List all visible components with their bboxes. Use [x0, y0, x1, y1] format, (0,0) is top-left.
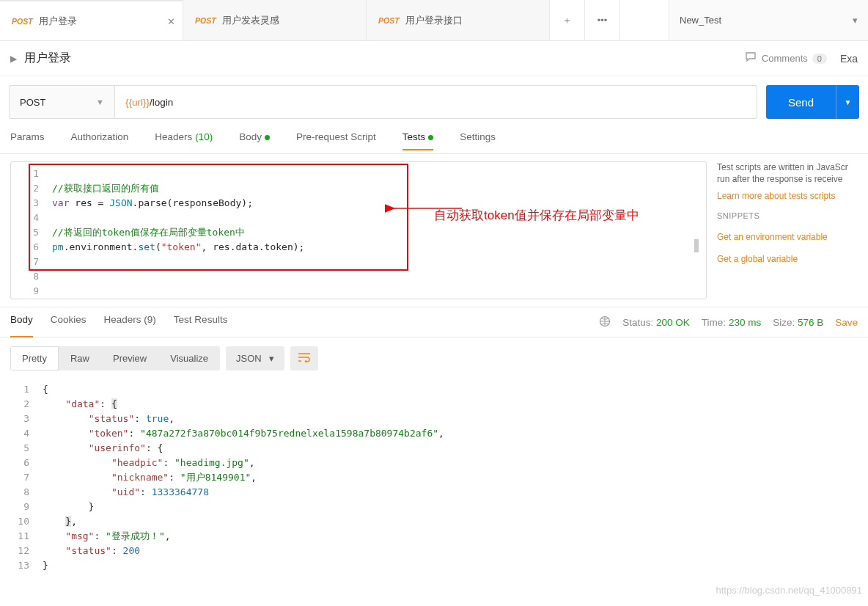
status-meta: Status: 200 OK: [622, 317, 690, 328]
environment-selector[interactable]: New_Test ▾: [669, 0, 868, 40]
indicator-dot-icon: [428, 135, 433, 140]
tab-method-label: POST: [378, 16, 400, 25]
tab-authorization[interactable]: Authorization: [71, 131, 129, 150]
editor-zone: 1 2//获取接口返回的所有值 3var res = JSON.parse(re…: [0, 154, 868, 307]
tab-title: 用户登录: [39, 15, 77, 28]
add-tab-button[interactable]: ＋: [550, 0, 585, 40]
examples-button[interactable]: Exa: [840, 53, 858, 65]
snippet-item[interactable]: Get a global variable: [717, 248, 858, 270]
view-visualize-button[interactable]: Visualize: [158, 346, 220, 370]
comment-icon: [746, 52, 757, 65]
size-meta: Size: 576 B: [773, 317, 823, 328]
snippets-panel: Test scripts are written in JavaScrrun a…: [717, 161, 858, 299]
request-name: 用户登录: [24, 51, 71, 66]
resp-tab-tests[interactable]: Test Results: [174, 314, 228, 331]
response-body[interactable]: 1{ 2 "data": { 3 "status": true, 4 "toke…: [0, 379, 868, 576]
save-response-button[interactable]: Save: [835, 317, 858, 328]
view-preview-button[interactable]: Preview: [101, 346, 158, 370]
globe-icon[interactable]: [599, 315, 611, 329]
tab-request-2[interactable]: POST 用户登录接口: [367, 0, 550, 40]
send-group: Send ▼: [766, 85, 859, 119]
resp-tab-cookies[interactable]: Cookies: [51, 314, 87, 331]
comments-label: Comments: [762, 53, 808, 64]
chevron-down-icon: ▾: [269, 353, 274, 364]
tab-request-1[interactable]: POST 用户发表灵感: [183, 0, 367, 40]
send-dropdown-button[interactable]: ▼: [836, 85, 859, 119]
url-path: /login: [150, 97, 173, 108]
tab-title: 用户发表灵感: [222, 14, 279, 27]
annotation-text: 自动获取token值并保存在局部变量中: [434, 207, 639, 224]
tab-prerequest[interactable]: Pre-request Script: [296, 131, 376, 150]
wrap-lines-button[interactable]: [290, 346, 318, 370]
expand-icon[interactable]: ▶: [10, 54, 17, 64]
comments-count: 0: [812, 54, 827, 64]
breadcrumb-row: ▶ 用户登录 Comments 0 Exa: [0, 41, 868, 76]
tab-request-0[interactable]: POST 用户登录 ✕: [0, 0, 183, 40]
response-tabs-row: Body Cookies Headers (9) Test Results St…: [0, 307, 868, 337]
tab-method-label: POST: [12, 17, 33, 26]
request-config-tabs: Params Authorization Headers (10) Body P…: [0, 128, 868, 154]
url-variable: {{url}}: [125, 97, 150, 108]
http-method-selector[interactable]: POST ▼: [9, 85, 115, 119]
tab-headers[interactable]: Headers (10): [155, 131, 213, 150]
request-url-row: POST ▼ {{url}}/login Send ▼: [0, 76, 868, 128]
tests-code-editor[interactable]: 1 2//获取接口返回的所有值 3var res = JSON.parse(re…: [10, 161, 707, 299]
indicator-dot-icon: [265, 135, 270, 140]
comments-button[interactable]: Comments 0: [746, 52, 827, 65]
learn-more-link[interactable]: Learn more about tests scripts: [717, 191, 858, 201]
view-pretty-button[interactable]: Pretty: [10, 346, 59, 370]
more-tabs-button[interactable]: •••: [585, 0, 620, 40]
chevron-down-icon: ▾: [853, 15, 858, 26]
response-toolbar: Pretty Raw Preview Visualize JSON ▾: [0, 337, 868, 379]
top-row: POST 用户登录 ✕ POST 用户发表灵感 POST 用户登录接口 ＋ ••…: [0, 0, 868, 41]
http-method-value: POST: [20, 97, 45, 108]
view-mode-group: Pretty Raw Preview Visualize: [10, 346, 220, 370]
chevron-down-icon: ▼: [96, 98, 104, 106]
tab-body[interactable]: Body: [239, 131, 270, 150]
watermark-text: https://blog.csdn.net/qq_41000891: [716, 585, 863, 596]
request-tabs: POST 用户登录 ✕ POST 用户发表灵感 POST 用户登录接口 ＋ ••…: [0, 0, 669, 40]
resp-tab-body[interactable]: Body: [10, 314, 33, 331]
environment-name: New_Test: [680, 15, 721, 26]
tab-tests[interactable]: Tests: [402, 131, 434, 150]
snippet-item[interactable]: Get an environment variable: [717, 226, 858, 248]
tab-params[interactable]: Params: [10, 131, 45, 150]
tab-title: 用户登录接口: [405, 14, 463, 27]
url-input[interactable]: {{url}}/login: [115, 85, 757, 119]
format-selector[interactable]: JSON ▾: [226, 346, 284, 370]
view-raw-button[interactable]: Raw: [59, 346, 101, 370]
snippets-header: SNIPPETS: [717, 211, 858, 220]
snippets-desc: Test scripts are written in JavaScrrun a…: [717, 161, 858, 185]
scrollbar-thumb[interactable]: [694, 239, 699, 252]
tab-method-label: POST: [195, 16, 216, 25]
close-icon[interactable]: ✕: [167, 15, 175, 26]
tab-settings[interactable]: Settings: [460, 131, 496, 150]
resp-tab-headers[interactable]: Headers (9): [104, 314, 156, 331]
time-meta: Time: 230 ms: [702, 317, 761, 328]
send-button[interactable]: Send: [766, 85, 836, 119]
